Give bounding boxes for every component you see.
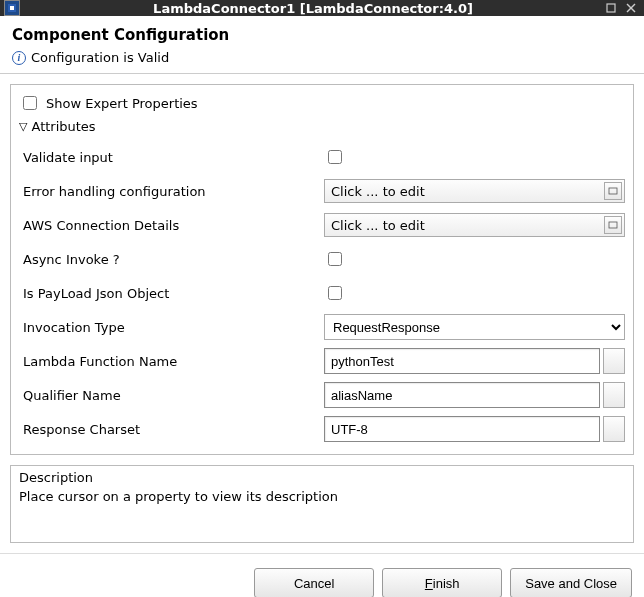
description-title: Description [19,470,625,485]
svg-rect-1 [10,6,14,10]
row-lambda-function-name: Lambda Function Name [19,344,625,378]
checkbox-validate-input[interactable] [328,150,342,164]
titlebar: LambdaConnector1 [LambdaConnector:4.0] [0,0,644,16]
svg-rect-6 [609,222,617,228]
description-panel: Description Place cursor on a property t… [10,465,634,543]
input-qualifier-name[interactable] [324,382,600,408]
description-text: Place cursor on a property to view its d… [19,489,625,504]
row-error-handling: Error handling configuration Click ... t… [19,174,625,208]
label-payload-json: Is PayLoad Json Object [19,286,324,301]
properties-panel: Show Expert Properties ▽ Attributes Vali… [10,84,634,455]
editor-error-handling-text: Click ... to edit [331,184,425,199]
window-maximize-button[interactable] [602,0,620,16]
svg-rect-2 [607,4,615,12]
editor-error-handling[interactable]: Click ... to edit [324,179,625,203]
status-row: i Configuration is Valid [12,50,632,65]
info-icon: i [12,51,26,65]
button-qualifier-name-aux[interactable] [603,382,625,408]
label-lambda-function-name: Lambda Function Name [19,354,324,369]
row-response-charset: Response Charset [19,412,625,446]
row-qualifier-name: Qualifier Name [19,378,625,412]
row-validate-input: Validate input [19,140,625,174]
dialog-window: LambdaConnector1 [LambdaConnector:4.0] C… [0,0,644,597]
attributes-section-label: Attributes [31,119,95,134]
label-async-invoke: Async Invoke ? [19,252,324,267]
chevron-down-icon: ▽ [19,120,27,133]
cancel-button[interactable]: Cancel [254,568,374,597]
save-and-close-button[interactable]: Save and Close [510,568,632,597]
window-title: LambdaConnector1 [LambdaConnector:4.0] [26,1,600,16]
app-icon [4,0,20,16]
input-lambda-function-name[interactable] [324,348,600,374]
attributes-section-header[interactable]: ▽ Attributes [19,119,625,134]
checkbox-async-invoke[interactable] [328,252,342,266]
checkbox-payload-json[interactable] [328,286,342,300]
header-area: Component Configuration i Configuration … [0,16,644,74]
button-response-charset-aux[interactable] [603,416,625,442]
ellipsis-button-aws-connection[interactable] [604,216,622,234]
show-expert-label: Show Expert Properties [46,96,198,111]
show-expert-checkbox[interactable] [23,96,37,110]
page-title: Component Configuration [12,26,632,44]
label-validate-input: Validate input [19,150,324,165]
editor-aws-connection-text: Click ... to edit [331,218,425,233]
show-expert-row: Show Expert Properties [19,93,625,113]
finish-button[interactable]: Finish [382,568,502,597]
label-aws-connection: AWS Connection Details [19,218,324,233]
editor-aws-connection[interactable]: Click ... to edit [324,213,625,237]
select-invocation-type[interactable]: RequestResponse [324,314,625,340]
label-error-handling: Error handling configuration [19,184,324,199]
input-response-charset[interactable] [324,416,600,442]
label-qualifier-name: Qualifier Name [19,388,324,403]
label-invocation-type: Invocation Type [19,320,324,335]
svg-rect-5 [609,188,617,194]
row-aws-connection: AWS Connection Details Click ... to edit [19,208,625,242]
window-close-button[interactable] [622,0,640,16]
row-payload-json: Is PayLoad Json Object [19,276,625,310]
button-bar: Cancel Finish Save and Close [0,553,644,597]
label-response-charset: Response Charset [19,422,324,437]
row-invocation-type: Invocation Type RequestResponse [19,310,625,344]
content-area: Show Expert Properties ▽ Attributes Vali… [0,74,644,553]
button-lambda-function-name-aux[interactable] [603,348,625,374]
status-text: Configuration is Valid [31,50,169,65]
ellipsis-button-error-handling[interactable] [604,182,622,200]
row-async-invoke: Async Invoke ? [19,242,625,276]
